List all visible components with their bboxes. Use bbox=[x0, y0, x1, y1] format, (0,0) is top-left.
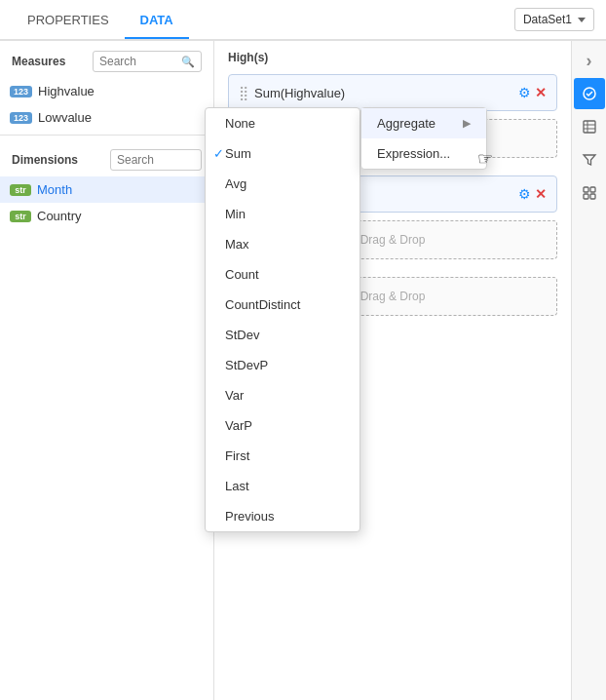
left-panel: Measures 🔍 123 Highvalue 123 Lowvalue Di… bbox=[0, 41, 214, 700]
menu-item-last[interactable]: Last bbox=[206, 471, 360, 501]
menu-item-first[interactable]: First bbox=[206, 441, 360, 471]
field-name-month: Month bbox=[37, 182, 72, 197]
dimensions-search-box[interactable] bbox=[110, 149, 202, 171]
dataset-dropdown[interactable]: DataSet1 bbox=[514, 8, 594, 31]
menu-item-max-label: Max bbox=[225, 237, 249, 252]
field-name-highvalue: Highvalue bbox=[38, 84, 95, 98]
svg-rect-5 bbox=[584, 187, 588, 192]
field-name-lowvalue: Lowvalue bbox=[38, 110, 92, 125]
dimensions-header: Dimensions bbox=[0, 139, 213, 176]
highs-section-label: High(s) bbox=[214, 41, 571, 70]
field-name-country: Country bbox=[37, 209, 82, 223]
menu-item-avg-label: Avg bbox=[225, 176, 246, 191]
dataset-label: DataSet1 bbox=[523, 13, 572, 26]
menu-item-var[interactable]: Var bbox=[206, 380, 360, 410]
svg-rect-8 bbox=[590, 194, 595, 199]
top-tabs: PROPERTIES DATA DataSet1 bbox=[0, 0, 606, 41]
menu-item-none-label: None bbox=[225, 116, 255, 131]
sidebar-data-icon[interactable] bbox=[574, 78, 605, 109]
menu-item-count-label: Count bbox=[225, 267, 259, 282]
measures-search-box[interactable]: 🔍 bbox=[93, 51, 202, 72]
sidebar-filter-icon[interactable] bbox=[574, 144, 605, 175]
menu-item-last-label: Last bbox=[225, 479, 249, 493]
close-button-lowvalue[interactable]: ✕ bbox=[535, 186, 547, 202]
menu-item-varp-label: VarP bbox=[225, 418, 252, 433]
tab-properties[interactable]: PROPERTIES bbox=[12, 3, 125, 39]
measures-header: Measures 🔍 bbox=[0, 41, 213, 78]
field-highvalue[interactable]: 123 Highvalue bbox=[0, 78, 213, 104]
sidebar-back-icon[interactable]: › bbox=[574, 45, 605, 76]
svg-rect-6 bbox=[590, 187, 595, 192]
search-icon: 🔍 bbox=[181, 56, 195, 68]
measures-search-input[interactable] bbox=[99, 55, 177, 68]
field-badge-highvalue: 123 bbox=[10, 86, 32, 97]
menu-item-avg[interactable]: Avg bbox=[206, 169, 360, 199]
chevron-down-icon bbox=[578, 18, 586, 22]
chip-highvalue-left: ⣿ Sum(Highvalue) bbox=[239, 85, 345, 100]
field-month[interactable]: str Month bbox=[0, 176, 213, 203]
measures-label: Measures bbox=[12, 55, 65, 68]
menu-item-previous-label: Previous bbox=[225, 509, 275, 524]
gear-button-lowvalue[interactable]: ⚙ bbox=[518, 186, 531, 202]
field-badge-lowvalue: 123 bbox=[10, 112, 32, 124]
chip-highvalue: ⣿ Sum(Highvalue) ⚙ ✕ bbox=[228, 74, 557, 111]
dimensions-label: Dimensions bbox=[12, 153, 78, 167]
menu-item-min[interactable]: Min bbox=[206, 199, 360, 229]
dimensions-search-input[interactable] bbox=[117, 153, 195, 167]
menu-item-max[interactable]: Max bbox=[206, 229, 360, 259]
menu-item-min-label: Min bbox=[225, 207, 246, 221]
gear-button-highvalue[interactable]: ⚙ bbox=[518, 85, 531, 100]
menu-item-sum-label: Sum bbox=[225, 146, 251, 161]
menu-item-first-label: First bbox=[225, 448, 249, 463]
field-badge-country: str bbox=[10, 211, 31, 222]
menu-item-stdevp-label: StDevP bbox=[225, 358, 268, 372]
svg-rect-1 bbox=[584, 121, 595, 133]
close-button-highvalue[interactable]: ✕ bbox=[535, 85, 547, 100]
menu-item-countdistinct[interactable]: CountDistinct bbox=[206, 290, 360, 320]
menu-item-sum[interactable]: Sum bbox=[206, 138, 360, 169]
aggregate-dropdown-menu: None Sum Avg Min Max Count CountDistinct… bbox=[205, 107, 360, 532]
chip-highvalue-label: Sum(Highvalue) bbox=[254, 86, 345, 100]
sidebar-table-icon[interactable] bbox=[574, 111, 605, 142]
chip-lowvalue-actions: ⚙ ✕ bbox=[518, 186, 547, 202]
right-sidebar: › bbox=[571, 41, 606, 700]
menu-item-stdev-label: StDev bbox=[225, 328, 259, 342]
chip-highvalue-actions: ⚙ ✕ bbox=[518, 85, 547, 100]
menu-item-none[interactable]: None bbox=[206, 108, 360, 138]
menu-item-count[interactable]: Count bbox=[206, 259, 360, 290]
section-divider bbox=[0, 135, 213, 136]
menu-item-var-label: Var bbox=[225, 388, 244, 403]
sidebar-style-icon[interactable] bbox=[574, 177, 605, 209]
tab-data[interactable]: DATA bbox=[125, 3, 189, 39]
field-lowvalue[interactable]: 123 Lowvalue bbox=[0, 104, 213, 131]
menu-item-stdev[interactable]: StDev bbox=[206, 320, 360, 350]
menu-item-stdevp[interactable]: StDevP bbox=[206, 350, 360, 380]
svg-rect-7 bbox=[584, 194, 588, 199]
field-badge-month: str bbox=[10, 184, 31, 196]
drag-handle-highvalue[interactable]: ⣿ bbox=[239, 85, 248, 100]
field-country[interactable]: str Country bbox=[0, 203, 213, 229]
menu-item-countdistinct-label: CountDistinct bbox=[225, 297, 300, 312]
menu-item-varp[interactable]: VarP bbox=[206, 410, 360, 441]
menu-item-previous[interactable]: Previous bbox=[206, 501, 360, 531]
dataset-selector: DataSet1 bbox=[514, 8, 594, 31]
